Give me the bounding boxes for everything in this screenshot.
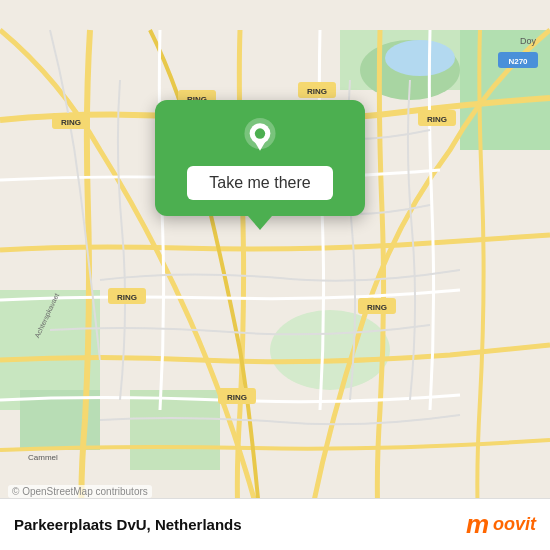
map-container: RING RING RING RING RING RING RING N270 …: [0, 0, 550, 550]
location-pin-icon: [241, 118, 279, 156]
svg-point-8: [385, 40, 455, 76]
svg-text:RING: RING: [117, 293, 137, 302]
svg-rect-2: [460, 30, 550, 150]
svg-text:RING: RING: [307, 87, 327, 96]
moovit-logo-text: oovit: [493, 514, 536, 535]
bottom-bar: Parkeerplaats DvU, Netherlands m oovit: [0, 498, 550, 550]
svg-text:Doy: Doy: [520, 36, 537, 46]
svg-text:RING: RING: [427, 115, 447, 124]
svg-text:RING: RING: [367, 303, 387, 312]
take-me-there-button[interactable]: Take me there: [187, 166, 332, 200]
location-popup: Take me there: [155, 100, 365, 216]
map-svg: RING RING RING RING RING RING RING N270 …: [0, 0, 550, 550]
svg-rect-7: [130, 390, 220, 470]
svg-text:N270: N270: [508, 57, 528, 66]
moovit-logo-m: m: [466, 509, 489, 540]
location-info: Parkeerplaats DvU, Netherlands: [14, 516, 242, 533]
svg-text:RING: RING: [61, 118, 81, 127]
map-attribution: © OpenStreetMap contributors: [8, 485, 152, 498]
svg-point-30: [255, 128, 265, 138]
location-name: Parkeerplaats DvU, Netherlands: [14, 516, 242, 533]
svg-text:RING: RING: [227, 393, 247, 402]
svg-point-6: [270, 310, 390, 390]
svg-text:Cammel: Cammel: [28, 453, 58, 462]
moovit-logo: m oovit: [466, 509, 536, 540]
